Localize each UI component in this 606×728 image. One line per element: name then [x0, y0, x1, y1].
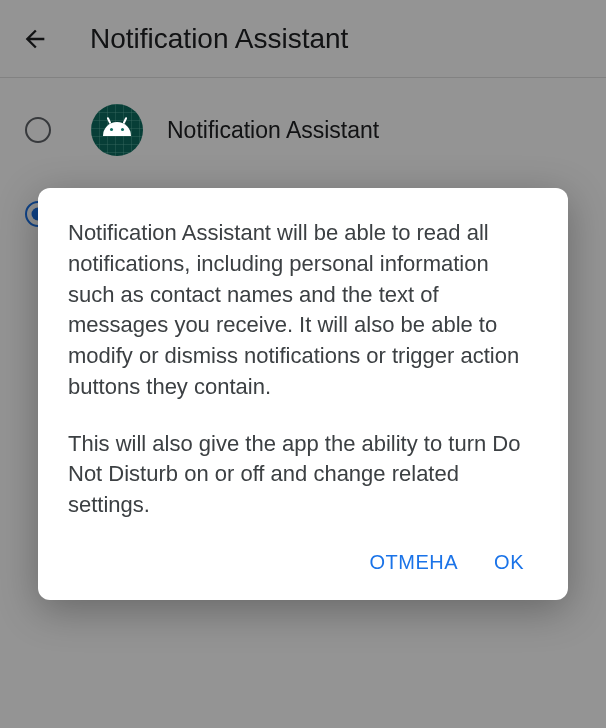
ok-button[interactable]: OK	[494, 551, 524, 574]
modal-overlay[interactable]: Notification Assistant will be able to r…	[0, 0, 606, 728]
dialog-actions: ОТМЕНА OK	[68, 541, 538, 584]
dialog-paragraph-2: This will also give the app the ability …	[68, 429, 538, 521]
dialog-paragraph-1: Notification Assistant will be able to r…	[68, 218, 538, 403]
permission-dialog: Notification Assistant will be able to r…	[38, 188, 568, 600]
dialog-body: Notification Assistant will be able to r…	[68, 218, 538, 521]
cancel-button[interactable]: ОТМЕНА	[370, 551, 459, 574]
android-icon	[103, 122, 131, 138]
